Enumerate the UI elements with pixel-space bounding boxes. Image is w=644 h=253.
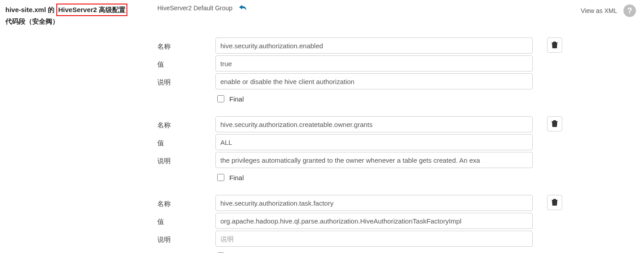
value-input[interactable]	[215, 213, 533, 229]
label-name: 名称	[157, 116, 215, 134]
desc-input[interactable]	[215, 231, 533, 247]
name-input[interactable]	[215, 195, 533, 211]
desc-input[interactable]	[215, 152, 533, 168]
header-row: hive-site.xml 的 HiveServer2 高级配置 代码段（安全阀…	[5, 4, 639, 27]
delete-button[interactable]	[547, 195, 562, 210]
final-checkbox[interactable]	[217, 95, 224, 102]
final-row[interactable]: Final	[215, 251, 533, 253]
property-block: 名称 值 说明 Final	[157, 195, 639, 253]
view-as-xml-link[interactable]: View as XML	[581, 7, 617, 14]
value-input[interactable]	[215, 55, 533, 72]
label-value: 值	[157, 55, 215, 73]
final-row[interactable]: Final	[215, 94, 533, 104]
title-highlight: HiveServer2 高级配置	[56, 4, 127, 16]
label-desc: 说明	[157, 152, 215, 170]
labels-col: 名称 值 说明	[157, 116, 215, 182]
group-label: HiveServer2 Default Group	[157, 4, 232, 12]
label-name: 名称	[157, 195, 215, 213]
label-desc: 说明	[157, 73, 215, 91]
label-value: 值	[157, 134, 215, 152]
label-name: 名称	[157, 38, 215, 55]
fields-col: Final	[215, 195, 533, 253]
title-post: 代码段（安全阀）	[5, 17, 59, 25]
config-area: 名称 值 说明 Final 名称 值 说明	[157, 38, 639, 253]
label-desc: 说明	[157, 231, 215, 249]
right-actions: View as XML ?	[581, 4, 636, 17]
delete-button[interactable]	[547, 116, 562, 131]
final-label: Final	[229, 95, 244, 103]
label-value: 值	[157, 213, 215, 231]
page-title: hive-site.xml 的 HiveServer2 高级配置 代码段（安全阀…	[5, 4, 157, 27]
desc-input[interactable]	[215, 73, 533, 89]
fields-col: Final	[215, 116, 533, 182]
delete-button[interactable]	[547, 38, 562, 53]
final-label: Final	[229, 174, 244, 181]
fields-col: Final	[215, 38, 533, 104]
property-block: 名称 值 说明 Final	[157, 38, 639, 104]
property-block: 名称 值 说明 Final	[157, 116, 639, 182]
value-input[interactable]	[215, 134, 533, 150]
labels-col: 名称 值 说明	[157, 195, 215, 253]
name-input[interactable]	[215, 116, 533, 132]
final-checkbox[interactable]	[217, 174, 224, 181]
title-pre: hive-site.xml 的	[5, 6, 55, 13]
help-icon[interactable]: ?	[623, 4, 636, 17]
undo-icon[interactable]	[239, 4, 247, 11]
labels-col: 名称 值 说明	[157, 38, 215, 104]
final-row[interactable]: Final	[215, 173, 533, 182]
name-input[interactable]	[215, 38, 533, 54]
